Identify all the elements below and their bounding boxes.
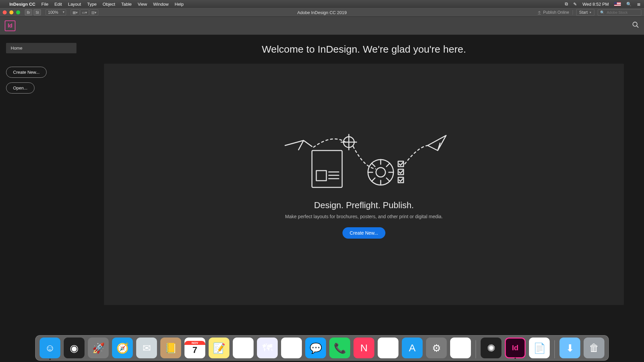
dock-separator	[554, 340, 555, 358]
dock-app-news[interactable]: N	[354, 338, 374, 358]
menubar-list-icon[interactable]: ≣	[637, 2, 641, 7]
hero-tagline: Design. Preflight. Publish.	[314, 200, 414, 210]
menu-help[interactable]: Help	[175, 2, 184, 7]
publish-online-label: Publish Online	[543, 10, 569, 15]
dock-app-itunes[interactable]: ♫	[378, 338, 398, 358]
svg-line-14	[386, 178, 390, 181]
app-control-bar: Br St 100% ▦▾ ▭▾ ▥▾ Adobe InDesign CC 20…	[0, 8, 644, 17]
dock-app-photos[interactable]: ✿	[281, 338, 302, 358]
dock-app-photopea[interactable]: ✺	[481, 338, 501, 358]
adobe-stock-input[interactable]	[607, 10, 639, 14]
menu-type[interactable]: Type	[87, 2, 97, 7]
svg-rect-3	[316, 171, 326, 181]
hero-subline: Make perfect layouts for brochures, post…	[285, 214, 443, 219]
mac-menubar: InDesign CC File Edit Layout Type Object…	[0, 0, 644, 8]
stock-icon[interactable]: St	[34, 9, 41, 15]
dock-app-magnet[interactable]: U	[450, 338, 471, 358]
search-icon: 🔍	[600, 10, 605, 15]
dock-app-facetime[interactable]: 📞	[329, 338, 350, 358]
dock-app-appstore[interactable]: A	[402, 338, 423, 358]
menu-window[interactable]: Window	[153, 2, 169, 7]
app-search-icon[interactable]	[632, 21, 639, 30]
svg-line-13	[372, 163, 375, 167]
svg-line-15	[386, 163, 390, 167]
screen-mode-icon[interactable]: ▭▾	[80, 9, 89, 15]
hero-panel: Design. Preflight. Publish. Make perfect…	[104, 64, 624, 305]
dock-app-messages[interactable]: 💬	[305, 338, 326, 358]
start-content: Welcome to InDesign. We're glad you're h…	[104, 35, 644, 362]
dock-app-notes[interactable]: 📝	[209, 338, 229, 358]
menu-object[interactable]: Object	[103, 2, 115, 7]
dock-app-script-editor[interactable]: 📄	[529, 338, 550, 358]
dock-app-calendar[interactable]: NOV7	[184, 338, 205, 358]
window-close-icon[interactable]	[3, 10, 7, 14]
menu-layout[interactable]: Layout	[68, 2, 81, 7]
window-title: Adobe InDesign CC 2019	[297, 10, 346, 15]
window-minimize-icon[interactable]	[9, 10, 13, 14]
app-topbar: Id	[0, 17, 644, 35]
chevron-down-icon: ▾	[590, 11, 591, 14]
dock-app-preferences[interactable]: ⚙	[426, 338, 447, 358]
svg-line-16	[372, 178, 375, 181]
dock-app-contacts[interactable]: 📒	[160, 338, 181, 358]
dock-app-downloads[interactable]: ⬇	[559, 338, 580, 358]
adobe-stock-search[interactable]: 🔍	[598, 9, 641, 16]
dock-app-trash[interactable]: 🗑	[584, 338, 604, 358]
dock-separator	[476, 340, 476, 358]
menu-table[interactable]: Table	[121, 2, 131, 7]
upload-icon	[537, 10, 542, 15]
dock-app-launchpad[interactable]: 🚀	[88, 338, 109, 358]
hero-create-new-button[interactable]: Create New...	[342, 227, 386, 239]
dock-app-maps[interactable]: 🗺	[257, 338, 278, 358]
dock-app-safari[interactable]: 🧭	[112, 338, 133, 358]
welcome-heading: Welcome to InDesign. We're glad you're h…	[104, 44, 624, 55]
svg-point-8	[376, 168, 385, 177]
screen-mirror-icon[interactable]: ⧉	[565, 1, 568, 7]
dock-app-reminders[interactable]: ☰	[233, 338, 254, 358]
app-menu[interactable]: InDesign CC	[9, 2, 35, 7]
dock-app-indesign[interactable]: Id	[505, 338, 526, 358]
dock-app-mail[interactable]: ✉	[136, 338, 157, 358]
svg-point-0	[633, 22, 637, 26]
menu-file[interactable]: File	[41, 2, 48, 7]
macos-dock: ☺◉🚀🧭✉📒NOV7📝☰🗺✿💬📞N♫A⚙U✺Id📄⬇🗑	[35, 335, 609, 361]
dock-app-finder[interactable]: ☺	[40, 338, 60, 358]
menubar-clock[interactable]: Wed 8:52 PM	[582, 2, 609, 7]
open-button[interactable]: Open...	[6, 82, 35, 94]
zoom-select[interactable]: 100%	[46, 9, 66, 15]
hero-illustration	[280, 130, 448, 191]
svg-rect-2	[312, 150, 342, 187]
keychain-icon[interactable]: ✎	[573, 2, 577, 7]
dock-app-siri[interactable]: ◉	[64, 338, 85, 358]
menu-view[interactable]: View	[138, 2, 147, 7]
tab-home[interactable]: Home	[6, 43, 76, 53]
input-source-flag-icon[interactable]	[614, 2, 621, 6]
workspace-select[interactable]: Start ▾	[576, 9, 594, 16]
workspace-label: Start	[579, 10, 588, 15]
window-zoom-icon[interactable]	[16, 10, 20, 14]
view-options-icon[interactable]: ▦▾	[71, 9, 79, 15]
menu-edit[interactable]: Edit	[54, 2, 62, 7]
spotlight-icon[interactable]: 🔍	[626, 2, 632, 7]
arrange-docs-icon[interactable]: ▥▾	[90, 9, 98, 15]
create-new-button[interactable]: Create New...	[6, 67, 47, 78]
publish-online-button[interactable]: Publish Online	[537, 10, 573, 15]
bridge-icon[interactable]: Br	[25, 9, 32, 15]
indesign-logo-icon: Id	[5, 20, 15, 31]
start-sidebar: Home Create New... Open...	[0, 35, 104, 362]
